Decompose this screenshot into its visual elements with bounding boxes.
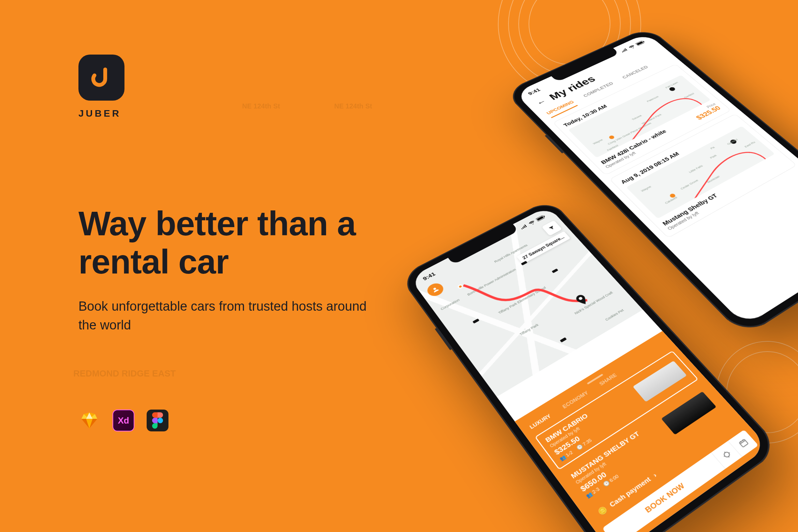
filter-icon: [547, 224, 557, 231]
signal-icon: [519, 224, 528, 230]
signal-icon: [620, 48, 629, 53]
wifi-icon: [528, 220, 536, 225]
svg-rect-7: [521, 261, 527, 265]
figma-icon: [147, 410, 168, 431]
class-tab-luxury[interactable]: LUXURY: [529, 413, 552, 430]
svg-rect-1: [636, 41, 643, 45]
app-icon: [78, 55, 124, 101]
user-icon: [430, 285, 441, 294]
svg-rect-9: [472, 319, 479, 324]
svg-rect-8: [552, 268, 559, 273]
crosshair-icon: [720, 449, 733, 461]
svg-rect-4: [537, 216, 544, 221]
chevron-right-icon: ›: [651, 471, 658, 479]
wifi-icon: [628, 44, 636, 49]
adobe-xd-icon: Xd: [113, 410, 134, 431]
battery-icon: [635, 40, 646, 46]
calendar-icon: [737, 438, 750, 449]
cash-icon: 🪙: [596, 505, 608, 516]
svg-point-11: [723, 452, 730, 458]
back-button[interactable]: ←: [534, 97, 549, 107]
battery-icon: [535, 214, 546, 221]
hero-subhead: Book unforgettable cars from trusted hos…: [78, 297, 379, 335]
juber-logo-icon: [90, 66, 114, 90]
svg-rect-10: [560, 337, 567, 342]
sketch-icon: [78, 410, 100, 431]
car-thumbnail: [633, 361, 687, 402]
